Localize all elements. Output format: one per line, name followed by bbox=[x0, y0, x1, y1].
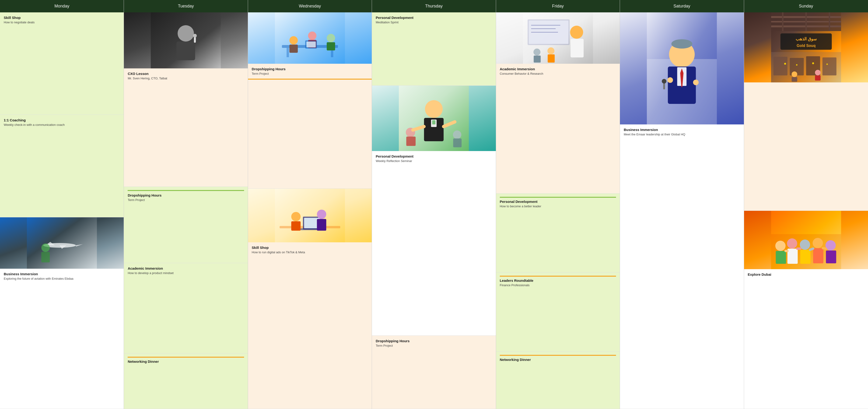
monday-skill-shop-subtitle: How to negotiate deals bbox=[4, 21, 120, 24]
svg-point-83 bbox=[784, 63, 786, 65]
svg-rect-37 bbox=[432, 120, 435, 124]
wednesday-skill-shop: Skill Shop How to run digital ads on Tik… bbox=[248, 188, 372, 409]
monday-business-immersion-text: Business Immersion Exploring the future … bbox=[0, 269, 124, 284]
svg-rect-6 bbox=[41, 252, 50, 262]
friday-personal-dev-accent bbox=[500, 197, 616, 198]
svg-point-65 bbox=[662, 79, 666, 84]
svg-rect-24 bbox=[275, 188, 345, 242]
svg-rect-53 bbox=[534, 56, 540, 63]
tuesday-networking: Networking Dinner bbox=[124, 353, 248, 409]
monday-coaching-subtitle: Weekly check-in with a communication coa… bbox=[4, 123, 120, 126]
thursday-dropshipping: Dropshipping Hours Term Project bbox=[372, 336, 496, 409]
svg-rect-90 bbox=[815, 76, 820, 81]
thursday-dropshipping-subtitle: Term Project bbox=[376, 344, 492, 347]
svg-point-95 bbox=[787, 238, 797, 249]
friday-academic: Academic Immersion Consumer Behavior & R… bbox=[496, 12, 620, 194]
svg-rect-9 bbox=[177, 41, 195, 60]
sunday-explore-dubai: Explore Dubai bbox=[744, 211, 868, 409]
svg-point-63 bbox=[667, 77, 673, 83]
sunday-gold-souq-photo: سوق الذهب Gold Souq bbox=[744, 12, 868, 82]
thursday-reflection-subtitle: Weekly Reflection Seminar bbox=[376, 159, 492, 163]
svg-point-20 bbox=[327, 34, 335, 42]
svg-point-84 bbox=[796, 64, 797, 66]
svg-rect-32 bbox=[317, 219, 326, 231]
wednesday-skillshop-title: Skill Shop bbox=[252, 245, 368, 250]
svg-point-34 bbox=[425, 100, 443, 118]
svg-point-5 bbox=[41, 243, 50, 252]
friday-networking-title: Networking Dinner bbox=[500, 358, 616, 361]
saturday-business-title: Business Immersion bbox=[624, 128, 740, 132]
svg-line-106 bbox=[823, 248, 826, 249]
weekly-calendar: Monday Skill Shop How to negotiate deals… bbox=[0, 0, 868, 409]
thursday-dropshipping-title: Dropshipping Hours bbox=[376, 339, 492, 343]
svg-text:سوق الذهب: سوق الذهب bbox=[796, 37, 816, 41]
friday-networking: Networking Dinner bbox=[496, 352, 620, 409]
tuesday-cxo-title: CXO Lesson bbox=[128, 72, 244, 76]
tuesday-academic-title: Academic Immersion bbox=[128, 266, 244, 270]
wednesday-dropshipping-subtitle: Term Project bbox=[252, 72, 368, 76]
thursday-meditation-subtitle: Meditation Sprint bbox=[376, 21, 492, 24]
monday-business-immersion: Business Immersion Exploring the future … bbox=[0, 217, 124, 409]
friday-networking-accent bbox=[500, 355, 616, 356]
svg-rect-39 bbox=[406, 137, 415, 146]
svg-point-16 bbox=[289, 36, 298, 45]
tuesday-cxo-subtitle: Mr. Sven Hering, CTO, Talbat bbox=[128, 77, 244, 80]
wednesday-skillshop-text: Skill Shop How to run digital ads on Tik… bbox=[248, 242, 372, 257]
thursday-reflection-photo bbox=[372, 86, 496, 151]
saturday-business-subtitle: Meet the Emaar leadership at their Globa… bbox=[624, 133, 740, 136]
svg-rect-30 bbox=[291, 221, 301, 231]
thursday-reflection-title: Personal Development bbox=[376, 154, 492, 158]
monday-skill-shop-title: Skill Shop bbox=[4, 16, 120, 20]
friday-personal-dev-subtitle: How to become a better leader bbox=[500, 204, 616, 208]
tuesday-networking-title: Networking Dinner bbox=[128, 359, 244, 363]
svg-point-54 bbox=[548, 48, 554, 54]
thursday-meditation-title: Personal Development bbox=[376, 16, 492, 20]
tuesday-cxo-photo bbox=[124, 12, 248, 68]
sunday-content: سوق الذهب Gold Souq bbox=[744, 12, 868, 409]
day-saturday: Saturday bbox=[620, 0, 744, 409]
tuesday-academic-subtitle: How to develop a product mindset bbox=[128, 271, 244, 275]
svg-point-86 bbox=[826, 63, 828, 65]
day-header-sunday: Sunday bbox=[744, 0, 868, 12]
monday-aviation-photo bbox=[0, 217, 124, 269]
monday-skill-shop: Skill Shop How to negotiate deals bbox=[0, 12, 124, 115]
day-wednesday: Wednesday bbox=[248, 0, 372, 409]
wednesday-dropshipping-title: Dropshipping Hours bbox=[252, 67, 368, 71]
friday-personal-dev-title: Personal Development bbox=[500, 200, 616, 204]
saturday-business-text: Business Immersion Meet the Emaar leader… bbox=[620, 124, 744, 139]
saturday-business-photo bbox=[620, 12, 744, 124]
tuesday-academic: Academic Immersion How to develop a prod… bbox=[124, 263, 248, 353]
day-header-thursday: Thursday bbox=[372, 0, 496, 12]
tuesday-content: CXO Lesson Mr. Sven Hering, CTO, Talbat … bbox=[124, 12, 248, 409]
wednesday-dropshipping-photo bbox=[248, 12, 372, 64]
wednesday-dropshipping-text: Dropshipping Hours Term Project bbox=[248, 64, 372, 79]
svg-rect-55 bbox=[548, 54, 555, 63]
day-tuesday: Tuesday bbox=[124, 0, 248, 409]
day-sunday: Sunday bbox=[744, 0, 868, 409]
day-header-wednesday: Wednesday bbox=[248, 0, 372, 12]
wednesday-skillshop-photo bbox=[248, 188, 372, 242]
svg-point-40 bbox=[453, 130, 461, 139]
friday-personal-dev: Personal Development How to become a bet… bbox=[496, 194, 620, 273]
svg-point-8 bbox=[178, 25, 194, 41]
svg-rect-98 bbox=[800, 250, 810, 264]
monday-coaching: 1:1 Coaching Weekly check-in with a comm… bbox=[0, 115, 124, 217]
svg-point-29 bbox=[291, 212, 301, 221]
sunday-gold-souq: سوق الذهب Gold Souq bbox=[744, 12, 868, 211]
svg-point-93 bbox=[775, 241, 785, 251]
svg-rect-51 bbox=[570, 39, 584, 57]
svg-point-18 bbox=[308, 31, 316, 40]
day-header-monday: Monday bbox=[0, 0, 124, 12]
svg-rect-79 bbox=[773, 57, 787, 76]
friday-academic-text: Academic Immersion Consumer Behavior & R… bbox=[496, 64, 620, 79]
thursday-reflection-text: Personal Development Weekly Reflection S… bbox=[372, 151, 496, 166]
friday-leaders-subtitle: Finance Professionals bbox=[500, 284, 616, 287]
friday-leaders-title: Leaders Roundtable bbox=[500, 279, 616, 283]
day-monday: Monday Skill Shop How to negotiate deals… bbox=[0, 0, 124, 409]
friday-academic-title: Academic Immersion bbox=[500, 67, 616, 71]
svg-rect-0 bbox=[27, 217, 97, 269]
svg-rect-82 bbox=[822, 57, 836, 76]
wednesday-dropshipping-accent-bottom bbox=[248, 79, 372, 80]
friday-leaders-accent bbox=[500, 276, 616, 276]
svg-text:Gold Souq: Gold Souq bbox=[797, 43, 815, 48]
